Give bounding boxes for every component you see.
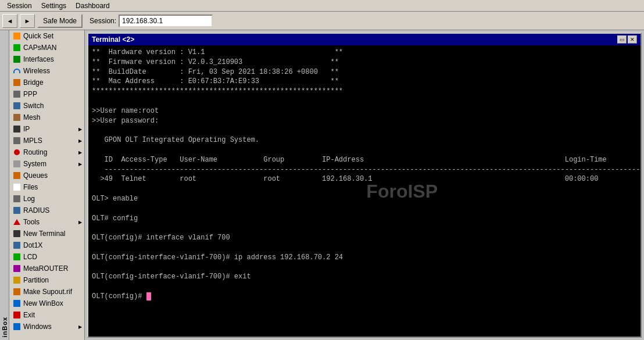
terminal-icon — [13, 230, 21, 238]
sidebar-item-mpls[interactable]: MPLS — [9, 135, 84, 146]
routing-icon — [13, 148, 21, 156]
sidebar-item-new-winbox[interactable]: New WinBox — [9, 298, 84, 309]
log-icon — [13, 195, 21, 203]
sidebar-item-windows[interactable]: Windows — [9, 321, 84, 332]
sidebar-item-bridge[interactable]: Bridge — [9, 77, 84, 88]
make-supout-icon — [13, 288, 21, 296]
sidebar-item-routing[interactable]: Routing — [9, 146, 84, 158]
sidebar-item-switch[interactable]: Switch — [9, 100, 84, 112]
system-icon — [13, 160, 21, 168]
sidebar-item-new-terminal[interactable]: New Terminal — [9, 228, 84, 239]
sidebar-item-label-quick-set: Quick Set — [23, 32, 53, 40]
menu-bar: Session Settings Dashboard — [0, 0, 644, 12]
terminal-restore-button[interactable]: ▭ — [617, 35, 627, 44]
sidebar-item-label-mesh: Mesh — [23, 113, 40, 121]
ppp-icon — [13, 90, 21, 98]
sidebar-item-label-lcd: LCD — [23, 253, 37, 261]
content-area: Terminal <2> ▭ ✕ ** Hardware version : V… — [85, 30, 644, 340]
sidebar-item-label-metarouter: MetaROUTER — [23, 264, 68, 273]
sidebar-item-wireless[interactable]: Wireless — [9, 65, 84, 77]
sidebar-item-label-queues: Queues — [23, 171, 48, 180]
sidebar-item-exit[interactable]: Exit — [9, 309, 84, 321]
sidebar-item-tools[interactable]: Tools — [9, 216, 84, 228]
menu-session[interactable]: Session — [2, 1, 37, 11]
sidebar-item-label-exit: Exit — [23, 311, 35, 319]
exit-icon — [13, 311, 21, 319]
sidebar-item-label-switch: Switch — [23, 102, 44, 110]
menu-dashboard[interactable]: Dashboard — [71, 1, 115, 11]
winbox-label: inBox — [1, 317, 8, 338]
sidebar-item-label-new-winbox: New WinBox — [23, 299, 63, 307]
winbox-strip: inBox — [0, 30, 9, 340]
sidebar: Quick SetCAPsMANInterfacesWirelessBridge… — [9, 30, 85, 340]
sidebar-item-queues[interactable]: Queues — [9, 170, 84, 181]
sidebar-item-label-bridge: Bridge — [23, 78, 44, 87]
sidebar-item-interfaces[interactable]: Interfaces — [9, 53, 84, 65]
sidebar-item-label-windows: Windows — [23, 323, 52, 331]
sidebar-item-quick-set[interactable]: Quick Set — [9, 30, 84, 42]
back-button[interactable]: ◄ — [2, 14, 17, 28]
tools-icon — [13, 218, 21, 226]
sidebar-item-label-mpls: MPLS — [23, 137, 42, 145]
sidebar-item-label-tools: Tools — [23, 218, 40, 226]
terminal-text: ** Hardware version : V1.1 ** ** Firmwar… — [92, 48, 641, 334]
quickset-icon — [13, 32, 21, 40]
sidebar-item-label-ip: IP — [23, 125, 30, 133]
terminal-title: Terminal <2> — [92, 35, 134, 44]
sidebar-item-radius[interactable]: RADIUS — [9, 205, 84, 216]
sidebar-item-label-system: System — [23, 160, 46, 168]
sidebar-item-capsman[interactable]: CAPsMAN — [9, 42, 84, 53]
capsman-icon — [13, 44, 21, 52]
sidebar-item-label-radius: RADIUS — [23, 206, 49, 214]
new-winbox-icon — [13, 299, 21, 307]
files-icon — [13, 183, 21, 191]
sidebar-item-label-files: Files — [23, 183, 38, 191]
ip-icon — [13, 125, 21, 133]
toolbar: ◄ ► Safe Mode Session: — [0, 12, 644, 30]
sidebar-item-ip[interactable]: IP — [9, 123, 84, 135]
terminal-body[interactable]: ** Hardware version : V1.1 ** ** Firmwar… — [88, 45, 641, 337]
sidebar-item-label-interfaces: Interfaces — [23, 55, 54, 63]
sidebar-item-label-routing: Routing — [23, 148, 47, 156]
metarouter-icon — [13, 264, 21, 273]
sidebar-item-label-partition: Partition — [23, 276, 49, 284]
menu-settings[interactable]: Settings — [37, 1, 71, 11]
radius-icon — [13, 206, 21, 214]
sidebar-item-metarouter[interactable]: MetaROUTER — [9, 263, 84, 274]
mesh-icon — [13, 113, 21, 121]
interfaces-icon — [13, 55, 21, 63]
sidebar-item-lcd[interactable]: LCD — [9, 251, 84, 263]
terminal-window: Terminal <2> ▭ ✕ ** Hardware version : V… — [87, 33, 642, 338]
sidebar-item-partition[interactable]: Partition — [9, 274, 84, 286]
sidebar-item-label-log: Log — [23, 195, 35, 203]
wireless-icon — [13, 67, 21, 75]
partition-icon — [13, 276, 21, 284]
session-input[interactable] — [119, 15, 213, 27]
sidebar-item-label-wireless: Wireless — [23, 67, 50, 75]
dot1x-icon — [13, 241, 21, 249]
sidebar-item-system[interactable]: System — [9, 158, 84, 170]
sidebar-item-files[interactable]: Files — [9, 181, 84, 193]
sidebar-item-label-make-supout: Make Supout.rif — [23, 288, 72, 296]
forward-button[interactable]: ► — [20, 14, 35, 28]
terminal-titlebar: Terminal <2> ▭ ✕ — [88, 34, 641, 45]
sidebar-item-ppp[interactable]: PPP — [9, 88, 84, 100]
terminal-inner: ** Hardware version : V1.1 ** ** Firmwar… — [92, 48, 641, 334]
mpls-icon — [13, 137, 21, 145]
bridge-icon — [13, 78, 21, 87]
safe-mode-button[interactable]: Safe Mode — [37, 14, 83, 28]
windows-icon — [13, 323, 21, 331]
sidebar-item-log[interactable]: Log — [9, 193, 84, 205]
sidebar-item-label-dot1x: Dot1X — [23, 241, 42, 249]
sidebar-item-mesh[interactable]: Mesh — [9, 112, 84, 123]
sidebar-item-label-capsman: CAPsMAN — [23, 44, 56, 52]
queues-icon — [13, 171, 21, 180]
sidebar-item-make-supout[interactable]: Make Supout.rif — [9, 286, 84, 298]
lcd-icon — [13, 253, 21, 261]
session-label: Session: — [90, 17, 116, 25]
sidebar-item-label-new-terminal: New Terminal — [23, 230, 65, 238]
switch-icon — [13, 102, 21, 110]
terminal-close-button[interactable]: ✕ — [628, 35, 637, 44]
sidebar-item-dot1x[interactable]: Dot1X — [9, 239, 84, 251]
terminal-controls: ▭ ✕ — [617, 35, 637, 44]
